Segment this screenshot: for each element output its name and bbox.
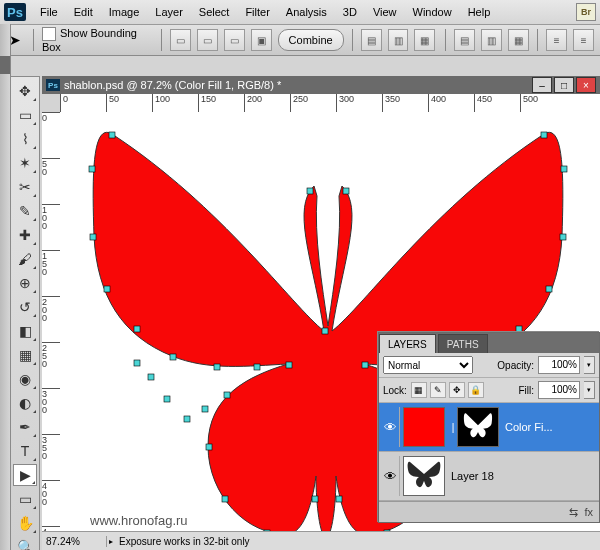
align-2[interactable]: ▥ <box>388 29 409 51</box>
combine-button[interactable]: Combine <box>278 29 344 51</box>
heal-tool[interactable]: ✚ <box>13 224 37 246</box>
menu-select[interactable]: Select <box>191 3 238 21</box>
window-close[interactable]: × <box>576 77 596 93</box>
align-6[interactable]: ▦ <box>508 29 529 51</box>
dist-2[interactable]: ≡ <box>573 29 594 51</box>
pen-tool[interactable]: ✒ <box>13 416 37 438</box>
lock-transparency-icon[interactable]: ▦ <box>411 382 427 398</box>
shape-tool[interactable]: ▭ <box>13 488 37 510</box>
lasso-tool[interactable]: ⌇ <box>13 128 37 150</box>
menu-filter[interactable]: Filter <box>237 3 277 21</box>
lock-position-icon[interactable]: ✥ <box>449 382 465 398</box>
svg-rect-34 <box>164 396 170 402</box>
show-bbox-label: Show Bounding Box <box>42 27 137 53</box>
fill-label: Fill: <box>518 385 534 396</box>
align-3[interactable]: ▦ <box>414 29 435 51</box>
marquee-tool[interactable]: ▭ <box>13 104 37 126</box>
layer-row[interactable]: 👁 | Color Fi... <box>379 403 599 452</box>
pathop-3[interactable]: ▭ <box>224 29 245 51</box>
menu-image[interactable]: Image <box>101 3 148 21</box>
ruler-vertical[interactable]: 0 50 100 150 200 250 300 350 400 450 <box>42 112 61 550</box>
menu-edit[interactable]: Edit <box>66 3 101 21</box>
app-window: Ps File Edit Image Layer Select Filter A… <box>0 0 600 550</box>
status-text: Exposure works in 32-bit only <box>113 536 256 547</box>
menu-analysis[interactable]: Analysis <box>278 3 335 21</box>
visibility-toggle[interactable]: 👁 <box>381 407 400 447</box>
brush-tool[interactable]: 🖌 <box>13 248 37 270</box>
link-layers-icon[interactable]: ⇆ <box>569 506 578 519</box>
opacity-dropdown[interactable]: ▾ <box>584 356 595 374</box>
tab-paths[interactable]: PATHS <box>438 334 488 353</box>
opacity-value[interactable]: 100% <box>538 356 580 374</box>
svg-rect-11 <box>222 496 228 502</box>
layer-name[interactable]: Layer 18 <box>449 470 494 482</box>
fill-thumbnail[interactable] <box>403 407 445 447</box>
svg-rect-30 <box>541 132 547 138</box>
menu-3d[interactable]: 3D <box>335 3 365 21</box>
mask-thumbnail[interactable] <box>457 407 499 447</box>
window-maximize[interactable]: □ <box>554 77 574 93</box>
dock-toggle[interactable] <box>0 56 10 74</box>
tab-layers[interactable]: LAYERS <box>379 334 436 353</box>
svg-rect-0 <box>109 132 115 138</box>
svg-rect-31 <box>322 328 328 334</box>
stamp-tool[interactable]: ⊕ <box>13 272 37 294</box>
menu-help[interactable]: Help <box>460 3 499 21</box>
hand-tool[interactable]: ✋ <box>13 512 37 534</box>
eraser-tool[interactable]: ◧ <box>13 320 37 342</box>
layer-thumbnail[interactable] <box>403 456 445 496</box>
type-tool[interactable]: T <box>13 440 37 462</box>
svg-rect-4 <box>134 326 140 332</box>
move-tool[interactable]: ✥ <box>13 80 37 102</box>
dist-1[interactable]: ≡ <box>546 29 567 51</box>
svg-rect-3 <box>104 286 110 292</box>
pathop-1[interactable]: ▭ <box>170 29 191 51</box>
fill-dropdown[interactable]: ▾ <box>584 381 595 399</box>
blend-mode-select[interactable]: Normal <box>383 356 473 374</box>
pathop-4[interactable]: ▣ <box>251 29 272 51</box>
ruler-h-tick: 150 <box>198 94 216 112</box>
bridge-button[interactable]: Br <box>576 3 596 21</box>
zoom-value[interactable]: 87.24% <box>42 536 107 547</box>
wand-tool[interactable]: ✶ <box>13 152 37 174</box>
svg-rect-2 <box>90 234 96 240</box>
layer-name[interactable]: Color Fi... <box>503 421 553 433</box>
svg-rect-7 <box>254 364 260 370</box>
options-bar: ➤ Show Bounding Box ▭ ▭ ▭ ▣ Combine ▤ ▥ … <box>0 25 600 56</box>
ruler-h-tick: 400 <box>428 94 446 112</box>
zoom-tool[interactable]: 🔍 <box>13 536 37 550</box>
align-4[interactable]: ▤ <box>454 29 475 51</box>
ruler-h-tick: 200 <box>244 94 262 112</box>
pathop-2[interactable]: ▭ <box>197 29 218 51</box>
lock-pixels-icon[interactable]: ✎ <box>430 382 446 398</box>
link-icon[interactable]: | <box>449 422 457 433</box>
dodge-tool[interactable]: ◐ <box>13 392 37 414</box>
status-bar: 87.24% ▸ Exposure works in 32-bit only <box>42 531 600 550</box>
svg-rect-22 <box>362 362 368 368</box>
visibility-toggle[interactable]: 👁 <box>381 456 400 496</box>
menu-layer[interactable]: Layer <box>147 3 191 21</box>
menu-file[interactable]: File <box>32 3 66 21</box>
fx-icon[interactable]: fx <box>584 506 593 518</box>
menu-view[interactable]: View <box>365 3 405 21</box>
window-minimize[interactable]: – <box>532 77 552 93</box>
fill-value[interactable]: 100% <box>538 381 580 399</box>
crop-tool[interactable]: ✂ <box>13 176 37 198</box>
eyedropper-tool[interactable]: ✎ <box>13 200 37 222</box>
history-brush-tool[interactable]: ↺ <box>13 296 37 318</box>
path-select-tool[interactable]: ▶ <box>13 464 37 486</box>
align-1[interactable]: ▤ <box>361 29 382 51</box>
layers-footer: ⇆ fx <box>379 501 599 522</box>
blur-tool[interactable]: ◉ <box>13 368 37 390</box>
layer-row[interactable]: 👁 Layer 18 <box>379 452 599 501</box>
show-bounding-box-checkbox[interactable]: Show Bounding Box <box>42 27 153 53</box>
ruler-horizontal[interactable]: 0 50 100 150 200 250 300 350 400 450 500 <box>60 94 600 113</box>
lock-all-icon[interactable]: 🔒 <box>468 382 484 398</box>
ruler-h-tick: 500 <box>520 94 538 112</box>
gradient-tool[interactable]: ▦ <box>13 344 37 366</box>
menu-window[interactable]: Window <box>405 3 460 21</box>
svg-rect-37 <box>148 374 154 380</box>
document-title: shablon.psd @ 87.2% (Color Fill 1, RGB/8… <box>64 79 281 91</box>
ruler-v-tick: 100 <box>42 204 60 230</box>
align-5[interactable]: ▥ <box>481 29 502 51</box>
